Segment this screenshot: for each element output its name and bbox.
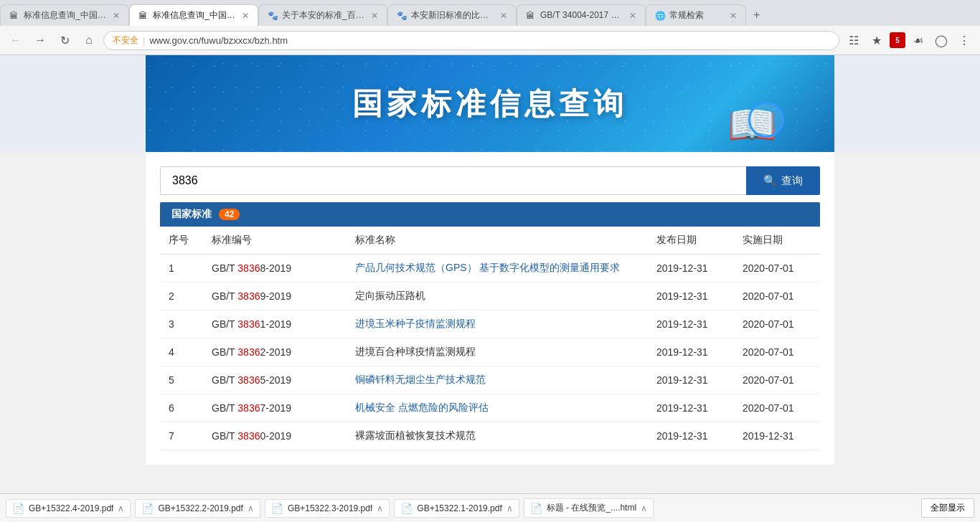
back-button[interactable]: ←: [6, 30, 26, 50]
table-row: 3 GB/T 38361-2019 进境玉米种子疫情监测规程 2019-12-3…: [160, 310, 820, 338]
standard-link[interactable]: 机械安全 点燃危险的风险评估: [355, 402, 489, 413]
cell-impl-date: 2020-07-01: [734, 338, 820, 366]
browser-chrome: 🏛 标准信息查询_中国政府... ✕ 🏛 标准信息查询_中国政府... ✕ 🐾 …: [0, 0, 980, 55]
browser-tab-t2[interactable]: 🏛 标准信息查询_中国政府... ✕: [129, 4, 258, 26]
banner-magnifier: [748, 102, 784, 138]
browser-tab-t1[interactable]: 🏛 标准信息查询_中国政府... ✕: [0, 4, 129, 26]
standard-link[interactable]: 进境玉米种子疫情监测规程: [355, 318, 476, 329]
cell-impl-date: 2020-07-01: [734, 394, 820, 422]
tab-close[interactable]: ✕: [629, 11, 636, 21]
table-row: 5 GB/T 38365-2019 铜磷钎料无烟尘生产技术规范 2019-12-…: [160, 366, 820, 394]
tab-favicon: 🌐: [655, 11, 665, 21]
bottom-bar: 📄 GB+15322.4-2019.pdf ∧ 📄 GB+15322.2-201…: [0, 493, 980, 522]
security-warning: 不安全: [113, 34, 138, 47]
table-row: 7 GB/T 38360-2019 裸露坡面植被恢复技术规范 2019-12-3…: [160, 422, 820, 450]
account-button[interactable]: ◯: [931, 30, 951, 50]
table-row: 4 GB/T 38362-2019 进境百合种球疫情监测规程 2019-12-3…: [160, 338, 820, 366]
page-content: 国家标准信息查询 📖 🔍 查询 国家标准: [0, 55, 980, 465]
menu-button[interactable]: ⋮: [954, 30, 974, 50]
cell-name: 定向振动压路机: [347, 283, 648, 310]
tab-close[interactable]: ✕: [242, 11, 249, 21]
tab-title: GB/T 34004-2017 标准...: [540, 9, 625, 22]
tab-favicon: 🏛: [138, 11, 149, 21]
cell-pub-date: 2019-12-31: [648, 255, 734, 283]
bookmark-button[interactable]: ★: [867, 30, 887, 50]
results-table: 序号 标准编号 标准名称 发布日期 实施日期 1 GB/T 38368-2019…: [160, 227, 820, 450]
address-box[interactable]: 不安全 | www.gov.cn/fuwu/bzxxcx/bzh.htm: [103, 31, 839, 50]
tab-close[interactable]: ✕: [730, 11, 737, 21]
cell-pub-date: 2019-12-31: [648, 283, 734, 310]
download-item[interactable]: 📄 标题 - 在线预览_....html ∧: [524, 498, 654, 518]
cell-impl-date: 2020-07-01: [734, 255, 820, 283]
tab-bar: 🏛 标准信息查询_中国政府... ✕ 🏛 标准信息查询_中国政府... ✕ 🐾 …: [0, 0, 980, 26]
browser-tab-t3[interactable]: 🐾 关于本安的标准_百度搜... ✕: [258, 4, 387, 26]
cell-pub-date: 2019-12-31: [648, 422, 734, 450]
tab-favicon: 🏛: [9, 11, 19, 21]
cell-pub-date: 2019-12-31: [648, 338, 734, 366]
results-count-badge: 42: [219, 209, 240, 220]
cell-code: GB/T 38369-2019: [203, 283, 347, 310]
puzzle-button[interactable]: ☙: [908, 30, 928, 50]
pdf-icon: 📄: [530, 503, 542, 514]
tab-favicon: 🏛: [526, 11, 536, 21]
table-row: 2 GB/T 38369-2019 定向振动压路机 2019-12-31 202…: [160, 283, 820, 310]
search-input[interactable]: [160, 166, 746, 195]
cell-no: 2: [160, 283, 203, 310]
browser-tab-t5[interactable]: 🏛 GB/T 34004-2017 标准... ✕: [517, 4, 646, 26]
extensions-button[interactable]: ☷: [844, 30, 864, 50]
search-icon: 🔍: [763, 174, 777, 187]
forward-button[interactable]: →: [30, 30, 50, 50]
download-item[interactable]: 📄 GB+15322.3-2019.pdf ∧: [265, 499, 390, 518]
cell-no: 6: [160, 394, 203, 422]
tab-close[interactable]: ✕: [500, 11, 507, 21]
cell-pub-date: 2019-12-31: [648, 366, 734, 394]
chevron-up-icon[interactable]: ∧: [507, 503, 513, 513]
browser-tab-t6[interactable]: 🌐 常规检索 ✕: [646, 4, 746, 26]
download-item[interactable]: 📄 GB+15322.1-2019.pdf ∧: [394, 499, 519, 518]
tab-title: 关于本安的标准_百度搜...: [282, 9, 367, 22]
chevron-up-icon[interactable]: ∧: [118, 503, 124, 513]
table-row: 1 GB/T 38368-2019 产品几何技术规范（GPS） 基于数字化模型的…: [160, 255, 820, 283]
table-header-row: 序号 标准编号 标准名称 发布日期 实施日期: [160, 227, 820, 255]
cell-name[interactable]: 机械安全 点燃危险的风险评估: [347, 394, 648, 422]
chevron-up-icon[interactable]: ∧: [248, 503, 254, 513]
chevron-up-icon[interactable]: ∧: [641, 503, 647, 513]
tab-title: 本安新旧标准的比较 - ...: [411, 9, 496, 22]
show-all-button[interactable]: 全部显示: [921, 498, 974, 518]
cell-impl-date: 2020-07-01: [734, 310, 820, 338]
refresh-button[interactable]: ↻: [55, 30, 75, 50]
standard-link[interactable]: 产品几何技术规范（GPS） 基于数字化模型的测量通用要求: [355, 262, 620, 273]
table-row: 6 GB/T 38367-2019 机械安全 点燃危险的风险评估 2019-12…: [160, 394, 820, 422]
cell-name[interactable]: 铜磷钎料无烟尘生产技术规范: [347, 366, 648, 394]
standard-link[interactable]: 铜磷钎料无烟尘生产技术规范: [355, 374, 486, 385]
cell-no: 4: [160, 338, 203, 366]
cell-impl-date: 2019-12-31: [734, 422, 820, 450]
cell-code: GB/T 38361-2019: [203, 310, 347, 338]
cell-name[interactable]: 产品几何技术规范（GPS） 基于数字化模型的测量通用要求: [347, 255, 648, 283]
extension-icon[interactable]: 5: [890, 32, 905, 48]
results-header: 国家标准 42: [160, 202, 820, 227]
cell-name: 进境百合种球疫情监测规程: [347, 338, 648, 366]
tab-close[interactable]: ✕: [113, 11, 120, 21]
download-item[interactable]: 📄 GB+15322.4-2019.pdf ∧: [6, 499, 131, 518]
download-item[interactable]: 📄 GB+15322.2-2019.pdf ∧: [135, 499, 260, 518]
results-section-title: 国家标准: [171, 208, 212, 221]
browser-tab-t4[interactable]: 🐾 本安新旧标准的比较 - ... ✕: [387, 4, 517, 26]
cell-code: GB/T 38367-2019: [203, 394, 347, 422]
chevron-up-icon[interactable]: ∧: [377, 503, 383, 513]
cell-name: 裸露坡面植被恢复技术规范: [347, 422, 648, 450]
pdf-icon: 📄: [271, 503, 283, 514]
address-bar-row: ← → ↻ ⌂ 不安全 | www.gov.cn/fuwu/bzxxcx/bzh…: [0, 26, 980, 55]
tab-close[interactable]: ✕: [371, 11, 378, 21]
standard-name: 进境百合种球疫情监测规程: [355, 346, 476, 357]
search-button[interactable]: 🔍 查询: [746, 166, 820, 195]
home-button[interactable]: ⌂: [79, 30, 99, 50]
download-filename: GB+15322.3-2019.pdf: [288, 503, 372, 513]
new-tab-button[interactable]: +: [746, 4, 767, 26]
results-section: 国家标准 42 序号 标准编号 标准名称 发布日期 实施日期: [146, 202, 834, 465]
pdf-icon: 📄: [400, 503, 413, 514]
page-scroll-area[interactable]: 国家标准信息查询 📖 🔍 查询 国家标准: [0, 55, 980, 522]
cell-pub-date: 2019-12-31: [648, 394, 734, 422]
cell-name[interactable]: 进境玉米种子疫情监测规程: [347, 310, 648, 338]
col-header-impl: 实施日期: [734, 227, 820, 255]
